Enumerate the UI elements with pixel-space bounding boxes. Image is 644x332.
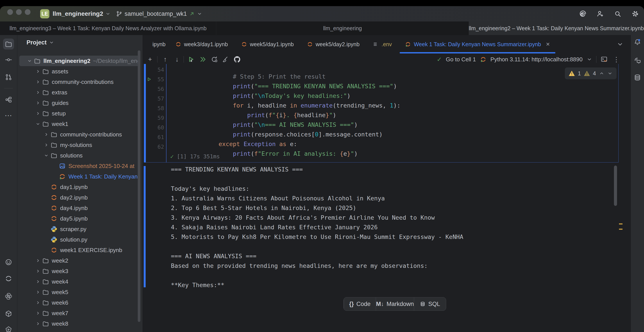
close-tab-icon[interactable]: ✕ — [546, 41, 550, 47]
structure-tool-button[interactable] — [4, 95, 14, 104]
tree-item[interactable]: week4 — [19, 276, 140, 287]
expand-chevron-icon[interactable] — [42, 195, 50, 200]
tree-item[interactable]: community-contributions — [19, 77, 140, 87]
tree-item[interactable]: day1.ipynb — [19, 182, 140, 192]
tree-item[interactable]: week2 — [19, 255, 140, 266]
minimize-window-button[interactable] — [16, 9, 22, 15]
go-to-cell-button[interactable]: Go to Cell 1 — [446, 56, 476, 63]
expand-chevron-icon[interactable] — [34, 258, 42, 263]
editor-tab[interactable]: ipynb — [143, 35, 169, 53]
run-line-icon[interactable] — [144, 86, 154, 92]
pull-requests-tool-button[interactable] — [4, 72, 14, 82]
tree-item[interactable]: llm_engineering2 ~/Desktop/llm_engineeri… — [19, 56, 140, 66]
notifications-button[interactable] — [632, 37, 642, 47]
expand-chevron-icon[interactable] — [34, 90, 42, 95]
editor-tab[interactable]: week5/day1.ipynb — [234, 35, 300, 53]
warning-stripe-mark[interactable] — [619, 229, 622, 230]
expand-chevron-icon[interactable] — [42, 248, 50, 253]
add-cell-type-button[interactable]: M↓ Markdown — [376, 297, 414, 311]
search-everywhere-button[interactable] — [613, 9, 622, 19]
close-window-button[interactable] — [7, 9, 13, 15]
expand-chevron-icon[interactable] — [42, 216, 50, 221]
tree-item[interactable]: week6 — [19, 297, 140, 308]
previous-problem-icon[interactable] — [599, 71, 604, 76]
editor-scrollbar[interactable] — [614, 166, 617, 206]
run-line-icon[interactable] — [144, 106, 154, 111]
expand-chevron-icon[interactable] — [50, 174, 59, 179]
tree-item[interactable]: solution.py — [19, 234, 140, 245]
run-line-icon[interactable] — [144, 96, 154, 101]
expand-chevron-icon[interactable] — [34, 122, 42, 126]
expand-chevron-icon[interactable] — [34, 269, 42, 274]
tree-item[interactable]: week8 — [19, 319, 140, 329]
tree-item[interactable]: my-solutions — [19, 140, 140, 150]
kernel-selector[interactable]: Python 3.11.14: http://localhost:8890 — [490, 56, 582, 63]
dependencies-tool-button[interactable] — [4, 309, 14, 319]
ai-chat-button[interactable] — [632, 55, 642, 65]
tree-item[interactable]: week1 EXERCISE.ipynb — [19, 245, 140, 255]
inspections-widget[interactable]: 1 4 — [565, 67, 616, 79]
tree-item[interactable]: community-contributions — [19, 129, 140, 140]
hidden-tabs-chevron[interactable] — [616, 41, 624, 49]
add-cell-type-button[interactable]: {} Code — [344, 297, 376, 311]
code-with-me-button[interactable] — [595, 9, 605, 19]
settings-button[interactable] — [630, 9, 640, 19]
window-tab[interactable]: llm_engineering2 – Week 1 Task: Daily Ke… — [469, 21, 644, 35]
window-tab[interactable]: llm_engineering3 – Week 1 Task: Kenyan D… — [0, 21, 216, 35]
commit-tool-button[interactable] — [4, 55, 14, 65]
run-line-icon[interactable] — [144, 144, 154, 149]
expand-chevron-icon[interactable] — [50, 164, 59, 168]
run-targets-tool-button[interactable] — [4, 325, 14, 332]
more-options-button[interactable]: ⋮ — [612, 56, 621, 63]
tree-item[interactable]: setup — [19, 108, 140, 119]
expand-chevron-icon[interactable] — [42, 185, 50, 189]
tree-item[interactable]: day4.ipynb — [19, 203, 140, 213]
expand-chevron-icon[interactable] — [34, 69, 42, 74]
add-cell-button[interactable]: + — [145, 54, 155, 64]
editor-tab[interactable]: week5/day2.ipynb — [300, 35, 366, 53]
expand-chevron-icon[interactable] — [34, 279, 42, 284]
expand-chevron-icon[interactable] — [42, 143, 50, 147]
jupyter-console-button[interactable] — [600, 56, 608, 63]
database-button[interactable] — [632, 73, 642, 82]
expand-chevron-icon[interactable] — [34, 321, 42, 326]
add-cell-type-button[interactable]: SQL — [414, 297, 446, 311]
expand-chevron-icon[interactable] — [34, 311, 42, 316]
tree-item[interactable]: assets — [19, 66, 140, 77]
project-tool-button[interactable] — [3, 38, 14, 49]
run-line-icon[interactable] — [144, 135, 154, 140]
run-line-icon[interactable] — [144, 67, 154, 72]
expand-chevron-icon[interactable] — [42, 227, 50, 231]
window-tab[interactable]: llm_engineering — [216, 21, 469, 35]
expand-chevron-icon[interactable] — [42, 237, 50, 242]
ai-assistant-button[interactable] — [578, 9, 588, 19]
tree-item[interactable]: solutions — [19, 150, 140, 161]
tree-item[interactable]: day5.ipynb — [19, 213, 140, 224]
expand-chevron-icon[interactable] — [34, 111, 42, 116]
tree-item[interactable]: week5 — [19, 287, 140, 297]
next-problem-icon[interactable] — [607, 71, 613, 76]
tree-item[interactable]: week1 — [19, 119, 140, 129]
tree-item[interactable]: .env — [19, 329, 140, 332]
project-tree-scrollbar[interactable] — [138, 50, 140, 322]
editor-tab[interactable]: .env — [366, 35, 398, 53]
tree-item[interactable]: Week 1 Task: Daily Kenyan — [19, 171, 140, 182]
tree-item[interactable]: extras — [19, 87, 140, 98]
expand-chevron-icon[interactable] — [34, 300, 42, 305]
expand-chevron-icon[interactable] — [34, 290, 42, 295]
tree-item[interactable]: week3 — [19, 266, 140, 276]
editor-tab[interactable]: week3/day1.ipynb — [169, 35, 234, 53]
more-tools-button[interactable]: ⋯ — [4, 111, 14, 120]
code-cell[interactable]: 54 # Step 5: Print the result 55 print("… — [144, 64, 618, 163]
hugging-face-tool-button[interactable] — [4, 257, 14, 267]
expand-chevron-icon[interactable] — [34, 79, 42, 84]
run-line-icon[interactable] — [144, 77, 154, 82]
expand-chevron-icon[interactable] — [42, 206, 50, 210]
branch-widget[interactable]: samuel_bootcamp_wk1 — [116, 6, 202, 21]
tree-item[interactable]: scraper.py — [19, 224, 140, 234]
expand-chevron-icon[interactable] — [42, 153, 50, 158]
run-line-icon[interactable] — [144, 125, 154, 130]
chevron-down-icon[interactable] — [586, 56, 592, 62]
tree-item[interactable]: week7 — [19, 308, 140, 319]
warning-stripe-mark[interactable] — [619, 223, 622, 224]
